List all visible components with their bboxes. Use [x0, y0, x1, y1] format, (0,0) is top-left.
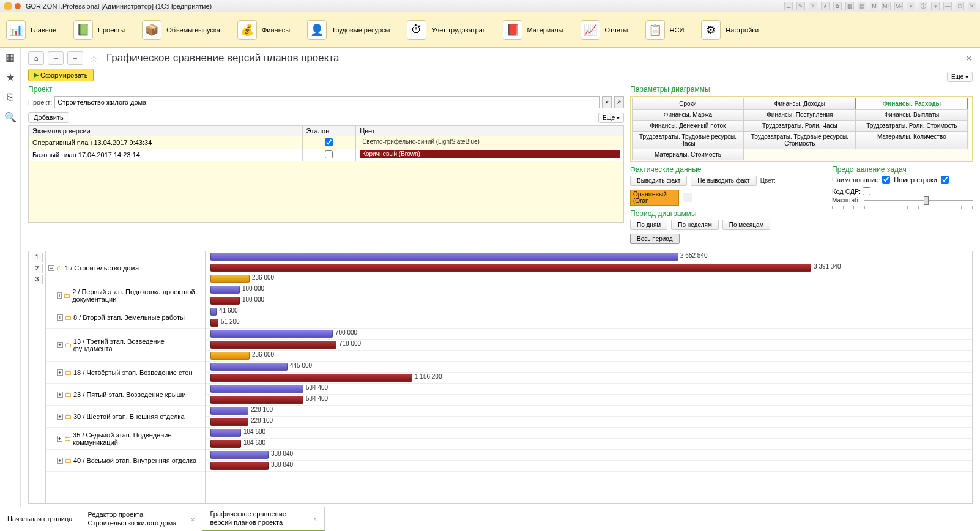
toolbar-icon[interactable]: M+ [882, 2, 891, 10]
color-cell[interactable]: Светло-грифельно-синий (LightSlateBlue) [356, 136, 624, 149]
grid-icon[interactable]: ▦ [6, 51, 15, 63]
param-button[interactable]: Трудозатраты. Роли. Стоимость [855, 120, 968, 132]
show-fact-button[interactable]: Выводить факт [630, 176, 687, 186]
fact-color-picker-button[interactable]: … [683, 193, 692, 202]
toolbar-icon[interactable]: ☰ [784, 2, 793, 10]
param-button[interactable]: Материалы. Стоимость [632, 149, 744, 160]
fact-color-value[interactable]: Оранжевый (Oran [630, 190, 679, 206]
toolbar-icon[interactable]: M [870, 2, 878, 10]
star-icon[interactable]: ★ [6, 72, 15, 83]
bottom-tab[interactable]: Редактор проекта: Строительство жилого д… [80, 507, 202, 531]
toolbar-icon[interactable]: ▦ [845, 2, 854, 10]
toolbar-icon[interactable]: ★ [821, 2, 830, 10]
project-input[interactable] [54, 96, 600, 108]
expand-icon[interactable]: − [48, 265, 54, 271]
period-button[interactable]: По неделям [671, 220, 719, 230]
param-button[interactable]: Финансы. Расходы [855, 98, 968, 110]
maximize-button[interactable]: □ [956, 2, 964, 10]
repr-name-checkbox[interactable] [882, 176, 890, 184]
minimize-button[interactable]: — [943, 2, 952, 10]
expand-icon[interactable]: + [57, 369, 63, 376]
more-button-versions[interactable]: Еще ▾ [598, 113, 624, 123]
period-button[interactable]: Весь период [630, 234, 680, 244]
param-button[interactable]: Финансы. Доходы [743, 98, 856, 110]
forward-button[interactable]: → [67, 51, 83, 65]
tab-close-icon[interactable]: × [313, 515, 317, 522]
ribbon-item[interactable]: 💰Финансы [237, 20, 290, 40]
expand-icon[interactable]: + [57, 436, 62, 442]
ribbon-item[interactable]: 📗Проекты [73, 20, 125, 40]
expand-icon[interactable]: + [57, 342, 63, 348]
ribbon-item[interactable]: 📦Объемы выпуска [142, 20, 220, 40]
back-button[interactable]: ← [48, 51, 64, 65]
col-color[interactable]: Цвет [356, 126, 624, 136]
param-button[interactable]: Финансы. Маржа [632, 109, 744, 121]
task-row[interactable]: −🗀1 / Строительство дома [46, 251, 205, 284]
expand-icon[interactable]: + [57, 392, 63, 398]
repr-code-checkbox[interactable] [863, 187, 870, 195]
task-row[interactable]: +🗀23 / Пятый этап. Возведение крыши [46, 384, 205, 406]
level-button[interactable]: 1 [32, 253, 43, 262]
task-row[interactable]: +🗀8 / Второй этап. Земельные работы [46, 306, 205, 329]
dropdown-icon[interactable] [15, 3, 21, 9]
period-button[interactable]: По дням [630, 220, 667, 230]
close-button[interactable]: ✕ [968, 2, 976, 10]
toolbar-icon[interactable]: ✎ [796, 2, 805, 10]
expand-icon[interactable]: + [57, 458, 63, 464]
param-button[interactable]: Финансы. Выплаты [855, 109, 968, 121]
expand-icon[interactable]: + [57, 314, 63, 321]
favorite-star-icon[interactable]: ☆ [89, 53, 98, 64]
add-button[interactable]: Добавить [28, 112, 69, 123]
param-button[interactable]: Трудозатраты. Трудовые ресурсы. Часы [632, 131, 744, 149]
repr-rownum-checkbox[interactable] [941, 176, 949, 184]
param-button[interactable]: Финансы. Поступления [743, 109, 856, 121]
ribbon-item[interactable]: ⏱Учет трудозатрат [407, 20, 485, 40]
task-row[interactable]: +🗀2 / Первый этап. Подготовка проектной … [46, 284, 205, 306]
period-button[interactable]: По месяцам [722, 220, 771, 230]
level-button[interactable]: 3 [32, 275, 43, 284]
level-button[interactable]: 2 [32, 264, 43, 273]
ribbon-item[interactable]: 📊Главное [6, 20, 56, 40]
info-icon[interactable]: ⓘ [919, 2, 927, 10]
toolbar-icon[interactable]: ▤ [858, 2, 866, 10]
bottom-tab[interactable]: Начальная страница [0, 507, 80, 531]
ribbon-item[interactable]: 📕Материалы [503, 20, 563, 40]
task-row[interactable]: +🗀30 / Шестой этап. Внешняя отделка [46, 406, 205, 428]
version-cell[interactable]: Базовый план 17.04.2017 14:23:14 [29, 149, 303, 161]
task-row[interactable]: +🗀13 / Третий этап. Возведение фундамент… [46, 329, 205, 362]
param-button[interactable]: Финансы. Денежный поток [632, 120, 744, 132]
param-button[interactable]: Сроки [632, 98, 744, 110]
task-row[interactable]: +🗀40 / Восьмой этап. Внутренняя отделка [46, 450, 205, 472]
etalon-checkbox[interactable] [325, 150, 333, 158]
close-page-button[interactable]: ✕ [965, 53, 973, 63]
task-row[interactable]: +🗀18 / Четвёртый этап. Возведение стен [46, 362, 205, 384]
generate-button[interactable]: ▶ Сформировать [28, 69, 94, 81]
tab-close-icon[interactable]: × [191, 516, 195, 523]
ribbon-item[interactable]: 📈Отчеты [581, 20, 628, 40]
etalon-checkbox[interactable] [325, 138, 333, 146]
bottom-tab[interactable]: Графическое сравнение версий планов прое… [202, 507, 325, 531]
ribbon-item[interactable]: 👤Трудовые ресурсы [307, 20, 390, 40]
home-button[interactable]: ⌂ [28, 51, 44, 65]
toolbar-icon[interactable]: ✧ [809, 2, 817, 10]
expand-icon[interactable]: + [57, 414, 63, 420]
param-button[interactable]: Материалы. Количество [855, 131, 968, 149]
task-row[interactable]: +🗀35 / Седьмой этап. Подведение коммуник… [46, 428, 205, 450]
scale-slider[interactable] [864, 198, 973, 204]
repr-rownum-field[interactable]: Номер строки: [894, 176, 949, 184]
search-icon[interactable]: 🔍 [4, 111, 17, 123]
version-cell[interactable]: Оперативный план 13.04.2017 9:43:34 [29, 136, 303, 149]
project-open-button[interactable]: ↗ [614, 96, 624, 108]
toolbar-icon[interactable]: ✿ [833, 2, 842, 10]
col-version[interactable]: Экземпляр версии [29, 126, 303, 136]
hide-fact-button[interactable]: Не выводить факт [691, 176, 756, 186]
toolbar-icon[interactable]: M- [894, 2, 903, 10]
more-button-top[interactable]: Еще ▾ [947, 72, 973, 82]
param-button[interactable]: Трудозатраты. Роли. Часы [743, 120, 856, 132]
ribbon-item[interactable]: ⚙Настройки [701, 20, 759, 40]
repr-code-field[interactable]: Код СДР: [832, 187, 870, 195]
toolbar-icon[interactable]: ▾ [907, 2, 915, 10]
param-button[interactable]: Трудозатраты. Трудовые ресурсы. Стоимост… [743, 131, 856, 149]
clipboard-icon[interactable]: ⎘ [7, 92, 13, 103]
col-etalon[interactable]: Эталон [302, 126, 356, 136]
